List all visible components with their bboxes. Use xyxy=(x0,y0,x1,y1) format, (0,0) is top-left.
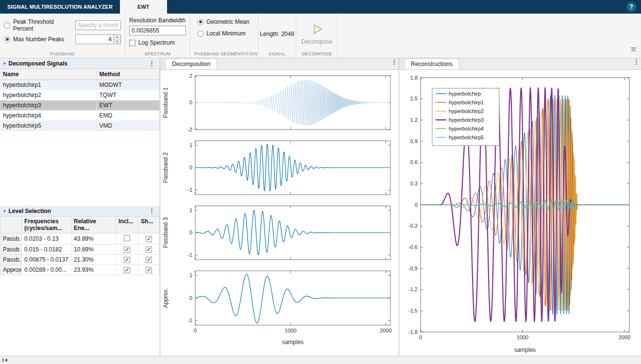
level-row[interactable]: Approx.0.00289 - 0.00...23.93% xyxy=(0,265,160,275)
peak-threshold-radio[interactable] xyxy=(4,22,10,29)
decomposition-chart[interactable]: -202Passband 1-101Passband 2-101Passband… xyxy=(160,70,399,356)
svg-text:-1: -1 xyxy=(187,252,192,258)
include-checkbox[interactable] xyxy=(124,247,130,253)
show-checkbox[interactable] xyxy=(146,247,152,253)
svg-text:0: 0 xyxy=(189,165,192,170)
section-decompose: Decompose DECOMPOSE xyxy=(296,14,338,58)
svg-text:0: 0 xyxy=(419,334,422,340)
app-tab[interactable]: SIGNAL MULTIRESOLUTION ANALYZER xyxy=(0,0,120,14)
column-header-show[interactable]: Sh... xyxy=(138,216,160,233)
max-peaks-input[interactable] xyxy=(75,34,114,44)
include-checkbox[interactable] xyxy=(124,257,130,263)
splitter-handle-icon[interactable]: ⋮ xyxy=(399,58,404,69)
resolution-bandwidth-input[interactable] xyxy=(129,26,186,35)
column-header-relative-energy[interactable]: Relative Ene... xyxy=(71,216,116,233)
decomposed-signals-menu-icon[interactable]: ⋮ xyxy=(147,60,156,67)
level-selection-table: Frequencies (cycles/sam... Relative Ene.… xyxy=(0,216,160,275)
column-header-include[interactable]: Incl... xyxy=(116,216,138,233)
decomposed-signals-header[interactable]: ▾ Decomposed Signals ⋮ xyxy=(0,58,160,69)
reconstructions-menu-icon[interactable]: ⋮ xyxy=(632,58,641,69)
max-peaks-label: Max Number Peaks xyxy=(13,36,64,43)
svg-text:hyperbolchirp3: hyperbolchirp3 xyxy=(449,117,484,123)
show-checkbox[interactable] xyxy=(146,257,152,263)
collapse-triangle-icon[interactable]: ▾ xyxy=(3,209,6,214)
reconstructions-panel: ⋮ Reconstructions ⋮ -1.8-1.5-1.2-0.9-0.6… xyxy=(399,58,641,356)
svg-text:2: 2 xyxy=(189,73,192,79)
svg-text:Approx.: Approx. xyxy=(162,288,169,308)
section-passband: Peak Threshold Percent Max Number Peaks … xyxy=(0,14,125,58)
svg-text:0: 0 xyxy=(189,295,192,301)
svg-text:2000: 2000 xyxy=(380,328,391,333)
tab-reconstructions[interactable]: Reconstructions xyxy=(404,58,459,69)
length-label: Length: xyxy=(260,31,279,37)
max-peaks-radio[interactable] xyxy=(4,36,10,43)
local-minimum-radio[interactable] xyxy=(197,31,203,37)
geometric-mean-radio[interactable] xyxy=(197,19,203,25)
signal-row[interactable]: hyperbolchirp4EMD xyxy=(0,111,160,121)
include-checkbox[interactable] xyxy=(124,235,130,241)
svg-text:hyperbolchirp2: hyperbolchirp2 xyxy=(449,108,484,114)
svg-text:hyperbolchirp4: hyperbolchirp4 xyxy=(449,126,484,132)
show-checkbox[interactable] xyxy=(146,267,152,273)
svg-text:-1.2: -1.2 xyxy=(408,286,418,292)
signal-row[interactable]: hyperbolchirp5VMD xyxy=(0,121,160,131)
svg-text:-0.3: -0.3 xyxy=(408,223,418,229)
decomposed-signals-section: ▾ Decomposed Signals ⋮ Name Method hyper… xyxy=(0,58,160,206)
svg-text:0.6: 0.6 xyxy=(410,159,418,165)
svg-text:1.2: 1.2 xyxy=(410,117,418,123)
threshold-input[interactable] xyxy=(75,20,121,30)
signal-row[interactable]: hyperbolchirp2TQWT xyxy=(0,90,160,100)
length-value: 2048 xyxy=(281,31,294,37)
svg-text:1: 1 xyxy=(189,207,192,213)
passband-section-label: PASSBAND xyxy=(4,51,121,57)
geometric-mean-label: Geometric Mean xyxy=(206,18,250,25)
collapse-triangle-icon[interactable]: ▾ xyxy=(3,61,6,66)
spectrum-section-label: SPECTRUM xyxy=(129,51,186,57)
svg-text:1.8: 1.8 xyxy=(410,75,418,81)
svg-text:samples: samples xyxy=(514,347,536,353)
spinner-up-icon[interactable]: ▲ xyxy=(114,35,120,40)
signal-row[interactable]: hyperbolchirp1MODWT xyxy=(0,80,160,90)
column-header-method[interactable]: Method xyxy=(96,69,160,80)
signal-row[interactable]: hyperbolchirp3EWT xyxy=(0,100,160,111)
svg-text:Passband 3: Passband 3 xyxy=(162,217,169,248)
svg-text:-0.6: -0.6 xyxy=(408,244,418,250)
spinner-down-icon[interactable]: ▼ xyxy=(114,40,120,44)
svg-text:-1.8: -1.8 xyxy=(408,329,418,335)
section-signal: Length: 2048 SIGNAL xyxy=(258,14,296,58)
include-checkbox[interactable] xyxy=(124,267,130,273)
level-selection-section: ▾ Level Selection ⋮ Frequencies (cycles/… xyxy=(0,206,160,356)
decomposition-tabstrip: ⋮ Decomposition ⋮ xyxy=(160,58,399,70)
level-selection-menu-icon[interactable]: ⋮ xyxy=(147,207,156,215)
level-row[interactable]: Passb...0.00875 - 0.013721.30% xyxy=(0,255,160,265)
segmentation-section-label: PASSBAND SEGMENTATION xyxy=(194,51,254,57)
show-checkbox[interactable] xyxy=(146,236,152,242)
decomposition-menu-icon[interactable]: ⋮ xyxy=(389,58,399,69)
tab-decomposition[interactable]: Decomposition xyxy=(165,58,217,69)
status-bar xyxy=(0,356,641,364)
decompose-button[interactable]: Decompose xyxy=(300,16,334,51)
svg-text:-0.9: -0.9 xyxy=(408,265,418,271)
collapse-left-panel-button[interactable] xyxy=(2,358,8,363)
level-selection-header[interactable]: ▾ Level Selection ⋮ xyxy=(0,206,160,216)
toolstrip-spacer xyxy=(338,14,641,58)
decomposed-signals-title: Decomposed Signals xyxy=(9,60,67,67)
help-button[interactable]: ? xyxy=(626,2,636,12)
collapse-toolstrip-button[interactable] xyxy=(630,47,637,54)
main-area: ▾ Decomposed Signals ⋮ Name Method hyper… xyxy=(0,58,641,356)
level-row[interactable]: Passb...0.0203 - 0.1343.89% xyxy=(0,233,160,245)
svg-text:hyperbolchirp1: hyperbolchirp1 xyxy=(449,99,484,105)
svg-text:hyperbolchirp5: hyperbolchirp5 xyxy=(449,134,484,140)
decompose-section-label: DECOMPOSE xyxy=(300,51,334,57)
section-spectrum: Resolution Bandwidth Log Spectrum SPECTR… xyxy=(125,14,190,58)
column-header-name[interactable]: Name xyxy=(0,69,96,80)
resolution-bandwidth-label: Resolution Bandwidth xyxy=(129,17,186,24)
splitter-handle-icon[interactable]: ⋮ xyxy=(160,58,165,69)
column-header-frequencies[interactable]: Frequencies (cycles/sam... xyxy=(22,216,71,233)
log-spectrum-checkbox[interactable] xyxy=(129,40,135,46)
svg-text:1: 1 xyxy=(189,272,192,278)
tab-ewt[interactable]: EWT xyxy=(120,0,167,14)
max-peaks-stepper[interactable]: ▲ ▼ xyxy=(114,34,121,44)
reconstructions-chart[interactable]: -1.8-1.5-1.2-0.9-0.6-0.300.30.60.91.21.5… xyxy=(399,70,641,356)
level-row[interactable]: Passb...0.015 - 0.018210.89% xyxy=(0,245,160,255)
